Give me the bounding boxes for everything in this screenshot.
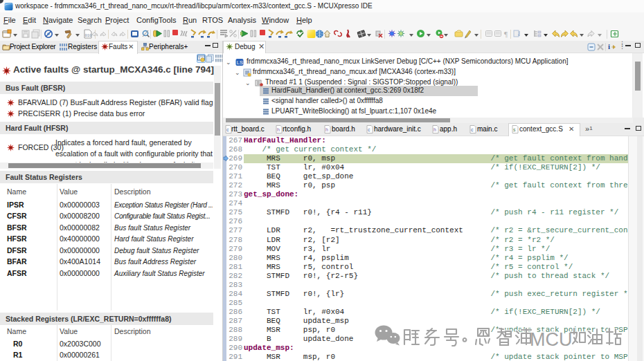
svg-text:¶: ¶ <box>504 30 508 38</box>
svg-text:h: h <box>433 127 436 132</box>
svg-text:h: h <box>277 127 280 132</box>
svg-text:i: i <box>608 42 610 50</box>
svg-text:s: s <box>513 127 516 132</box>
svg-text:MCU: MCU <box>530 329 573 350</box>
svg-text:c: c <box>471 127 474 132</box>
svg-text:LS: LS <box>237 59 243 66</box>
svg-text:c: c <box>368 127 370 132</box>
svg-text:h: h <box>325 127 328 132</box>
svg-text:c: c <box>226 127 229 132</box>
